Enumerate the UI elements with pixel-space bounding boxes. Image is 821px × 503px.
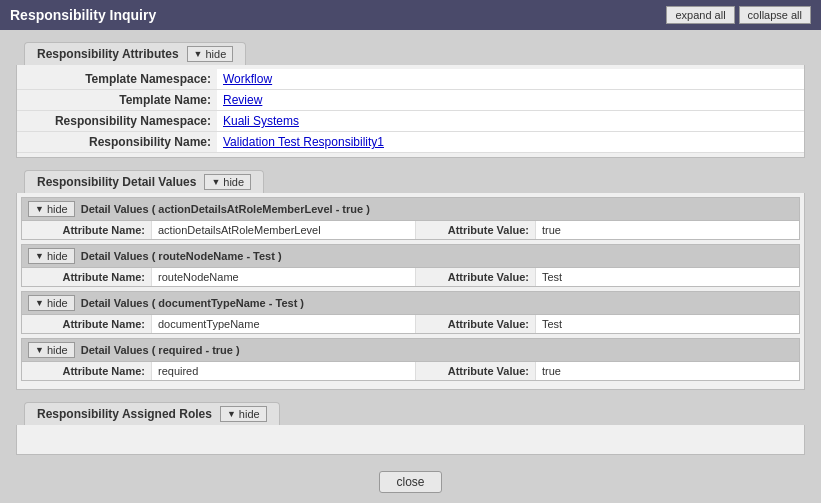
field-label: Template Name: [17, 90, 217, 111]
attribute-name-value: documentTypeName [152, 315, 416, 333]
hide-arrow-icon2: ▼ [211, 177, 220, 187]
sub-section-title: Detail Values ( documentTypeName - Test … [81, 297, 304, 309]
attribute-name-value: required [152, 362, 416, 380]
responsibility-assigned-roles-section: Responsibility Assigned Roles ▼ hide [16, 398, 805, 455]
detail-row: Attribute Name: routeNodeName Attribute … [22, 268, 799, 286]
responsibility-detail-values-tab: Responsibility Detail Values ▼ hide [24, 170, 264, 193]
sub-hide-button[interactable]: ▼ hide [28, 295, 75, 311]
sub-hide-button[interactable]: ▼ hide [28, 342, 75, 358]
detail-row: Attribute Name: actionDetailsAtRoleMembe… [22, 221, 799, 239]
attribute-name-label: Attribute Name: [22, 362, 152, 380]
field-value: Kuali Systems [217, 111, 804, 132]
responsibility-attributes-hide-button[interactable]: ▼ hide [187, 46, 234, 62]
responsibility-detail-values-hide-button[interactable]: ▼ hide [204, 174, 251, 190]
responsibility-attributes-label: Responsibility Attributes [37, 47, 179, 61]
sub-section-header: ▼ hide Detail Values ( required - true ) [22, 339, 799, 362]
header-buttons: expand all collapse all [666, 6, 811, 24]
responsibility-detail-values-body: ▼ hide Detail Values ( actionDetailsAtRo… [16, 193, 805, 390]
sub-section-title: Detail Values ( routeNodeName - Test ) [81, 250, 282, 262]
sub-section-header: ▼ hide Detail Values ( routeNodeName - T… [22, 245, 799, 268]
attribute-value-value: true [536, 221, 799, 239]
attribute-value-value: true [536, 362, 799, 380]
attribute-value-label: Attribute Value: [416, 268, 536, 286]
responsibility-assigned-roles-label: Responsibility Assigned Roles [37, 407, 212, 421]
responsibility-attributes-tab: Responsibility Attributes ▼ hide [24, 42, 246, 65]
field-label: Responsibility Namespace: [17, 111, 217, 132]
sub-hide-button[interactable]: ▼ hide [28, 248, 75, 264]
attribute-value-value: Test [536, 268, 799, 286]
responsibility-assigned-roles-hide-button[interactable]: ▼ hide [220, 406, 267, 422]
attribute-value-value: Test [536, 315, 799, 333]
responsibility-detail-values-label: Responsibility Detail Values [37, 175, 196, 189]
attribute-value-label: Attribute Value: [416, 221, 536, 239]
attribute-name-value: actionDetailsAtRoleMemberLevel [152, 221, 416, 239]
attribute-value-label: Attribute Value: [416, 315, 536, 333]
responsibility-attributes-section: Responsibility Attributes ▼ hide Templat… [16, 38, 805, 158]
field-value: Workflow [217, 69, 804, 90]
field-value: Review [217, 90, 804, 111]
page-header: Responsibility Inquiry expand all collap… [0, 0, 821, 30]
detail-sub-section: ▼ hide Detail Values ( routeNodeName - T… [21, 244, 800, 287]
detail-row: Attribute Name: documentTypeName Attribu… [22, 315, 799, 333]
responsibility-attributes-body: Template Namespace: Workflow Template Na… [16, 65, 805, 158]
hide-arrow-icon3: ▼ [227, 409, 236, 419]
sub-section-header: ▼ hide Detail Values ( actionDetailsAtRo… [22, 198, 799, 221]
attribute-name-label: Attribute Name: [22, 221, 152, 239]
detail-sub-section: ▼ hide Detail Values ( required - true )… [21, 338, 800, 381]
responsibility-attributes-table: Template Namespace: Workflow Template Na… [17, 69, 804, 153]
attribute-name-label: Attribute Name: [22, 315, 152, 333]
table-row: Responsibility Namespace: Kuali Systems [17, 111, 804, 132]
footer: close [8, 463, 813, 501]
table-row: Template Namespace: Workflow [17, 69, 804, 90]
sub-hide-button[interactable]: ▼ hide [28, 201, 75, 217]
responsibility-assigned-roles-body [16, 425, 805, 455]
table-row: Responsibility Name: Validation Test Res… [17, 132, 804, 153]
sub-section-header: ▼ hide Detail Values ( documentTypeName … [22, 292, 799, 315]
detail-row: Attribute Name: required Attribute Value… [22, 362, 799, 380]
field-label: Template Namespace: [17, 69, 217, 90]
collapse-all-button[interactable]: collapse all [739, 6, 811, 24]
attribute-name-label: Attribute Name: [22, 268, 152, 286]
close-button[interactable]: close [379, 471, 441, 493]
expand-all-button[interactable]: expand all [666, 6, 734, 24]
detail-sub-section: ▼ hide Detail Values ( documentTypeName … [21, 291, 800, 334]
attribute-value-label: Attribute Value: [416, 362, 536, 380]
detail-sub-section: ▼ hide Detail Values ( actionDetailsAtRo… [21, 197, 800, 240]
main-content: Responsibility Attributes ▼ hide Templat… [0, 30, 821, 503]
page-wrapper: Responsibility Inquiry expand all collap… [0, 0, 821, 503]
attribute-name-value: routeNodeName [152, 268, 416, 286]
hide-arrow-icon: ▼ [194, 49, 203, 59]
field-value: Validation Test Responsibility1 [217, 132, 804, 153]
field-label: Responsibility Name: [17, 132, 217, 153]
sub-section-title: Detail Values ( actionDetailsAtRoleMembe… [81, 203, 370, 215]
page-title: Responsibility Inquiry [10, 7, 156, 23]
table-row: Template Name: Review [17, 90, 804, 111]
sub-section-title: Detail Values ( required - true ) [81, 344, 240, 356]
responsibility-detail-values-section: Responsibility Detail Values ▼ hide ▼ hi… [16, 166, 805, 390]
responsibility-assigned-roles-tab: Responsibility Assigned Roles ▼ hide [24, 402, 280, 425]
